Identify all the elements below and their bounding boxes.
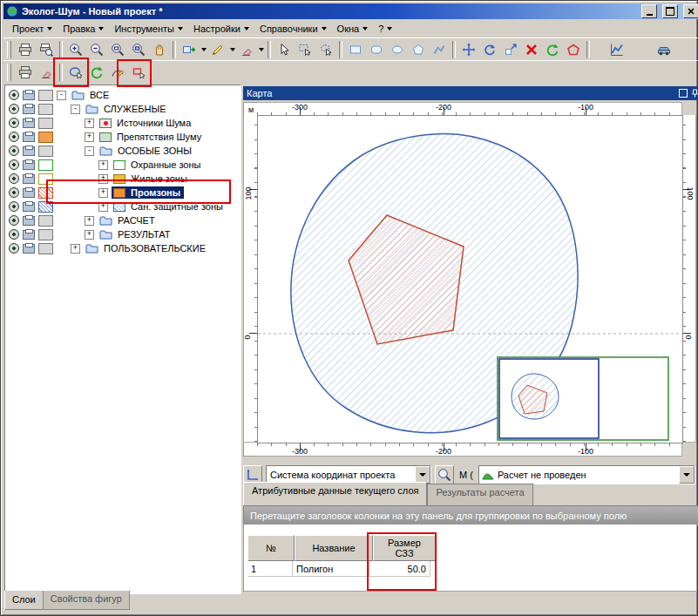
tree-item-label[interactable]: СЛУЖЕБНЫЕ <box>102 104 168 114</box>
layer-style-swatch[interactable] <box>38 187 53 199</box>
tree-row-vse[interactable]: - ВСЕ <box>5 88 241 102</box>
layer-print-icon[interactable] <box>23 202 35 212</box>
chart-button[interactable] <box>607 40 627 59</box>
column-header-szz-size[interactable]: Размер СЗЗ <box>373 535 436 561</box>
add-object-dropdown[interactable] <box>200 40 207 59</box>
layer-visibility-icon[interactable] <box>9 173 19 184</box>
layer-style-swatch[interactable] <box>38 146 53 157</box>
tree-item-label[interactable]: РАСЧЕТ <box>116 215 157 226</box>
tree-item-label[interactable]: Жилые зоны <box>129 173 189 184</box>
layer-print-icon[interactable] <box>23 244 35 254</box>
shape-rounded-rect-button[interactable] <box>366 40 387 59</box>
tree-expander-icon[interactable]: + <box>85 216 94 226</box>
groupby-panel[interactable]: Перетащите заголовок колонки на эту пане… <box>243 505 698 526</box>
layer-style-swatch[interactable] <box>38 243 53 254</box>
tree-row-user-layers[interactable]: + ПОЛЬЗОВАТЕЛЬСКИЕ <box>5 241 241 255</box>
layer-visibility-icon[interactable] <box>9 118 19 128</box>
map-canvas[interactable] <box>257 115 683 443</box>
layer-style-swatch[interactable] <box>38 159 53 171</box>
transport-button[interactable] <box>654 40 674 59</box>
print-preview-button[interactable] <box>36 40 57 59</box>
minimize-button[interactable] <box>641 4 657 18</box>
selected-tree-item[interactable]: Промзоны <box>112 186 184 199</box>
tree-row-sluzhebnye[interactable]: - СЛУЖЕБНЫЕ <box>5 102 241 116</box>
rebuild-button[interactable] <box>542 40 563 59</box>
tree-row-noise-sources[interactable]: + Источники Шума <box>5 116 241 130</box>
layer-visibility-icon[interactable] <box>9 146 19 156</box>
delete-object-button[interactable] <box>521 40 542 59</box>
tree-row-noise-obstacles[interactable]: + Препятствия Шуму <box>5 130 241 144</box>
zoom-in-button[interactable] <box>65 40 86 59</box>
layer-visibility-icon[interactable] <box>9 243 19 254</box>
zoom-extent-button[interactable] <box>128 40 149 59</box>
layer-print-icon[interactable] <box>23 188 35 198</box>
tree-item-label[interactable]: ВСЕ <box>88 90 111 100</box>
toolbar-grip[interactable] <box>7 64 11 81</box>
tree-row-special-zones[interactable]: - ОСОБЫЕ ЗОНЫ <box>5 144 241 158</box>
layer-visibility-icon[interactable] <box>9 104 19 114</box>
grid-data-row[interactable]: 1 Полигон 50.0 <box>247 561 430 577</box>
layer-visibility-icon[interactable] <box>9 201 19 212</box>
eraser-button[interactable] <box>36 63 57 82</box>
menu-project[interactable]: Проект <box>7 21 58 37</box>
layer-print-icon[interactable] <box>23 105 35 114</box>
tree-item-label[interactable]: ПОЛЬЗОВАТЕЛЬСКИЕ <box>102 243 207 254</box>
layer-visibility-icon[interactable] <box>9 229 19 240</box>
draw-zone-polygon-button[interactable] <box>65 63 86 82</box>
scale-object-button[interactable] <box>500 40 521 59</box>
tree-expander-icon[interactable]: + <box>98 202 108 212</box>
tree-expander-icon[interactable]: - <box>57 91 66 100</box>
layer-visibility-icon[interactable] <box>9 90 19 100</box>
shape-polyline-button[interactable] <box>429 40 450 59</box>
erase-object-dropdown[interactable] <box>257 40 265 59</box>
edit-object-button[interactable] <box>207 40 228 59</box>
combo-dropdown-button[interactable] <box>679 466 695 484</box>
zone-polygon-button[interactable] <box>563 40 584 59</box>
edit-curve-button[interactable] <box>107 63 128 82</box>
menu-edit[interactable]: Правка <box>58 21 109 37</box>
tree-row-calculation[interactable]: + РАСЧЕТ <box>5 213 241 227</box>
tree-expander-icon[interactable]: + <box>85 118 94 128</box>
layer-visibility-icon[interactable] <box>9 132 19 142</box>
print-map-button[interactable] <box>15 63 36 82</box>
combo-dropdown-button[interactable] <box>415 466 430 484</box>
move-object-button[interactable] <box>458 40 479 59</box>
tree-row-promzones[interactable]: + Промзоны <box>5 186 241 200</box>
zoom-zone-button[interactable] <box>128 63 149 82</box>
layer-visibility-icon[interactable] <box>9 187 19 198</box>
layer-style-swatch[interactable] <box>38 229 53 240</box>
edit-object-dropdown[interactable] <box>228 40 236 59</box>
tree-expander-icon[interactable]: + <box>85 230 94 240</box>
select-polygon-button[interactable] <box>315 40 336 59</box>
tree-row-residential-zones[interactable]: + Жилые зоны <box>5 172 241 186</box>
scale-zoom-button[interactable] <box>435 465 454 484</box>
zoom-window-button[interactable] <box>107 40 128 59</box>
menu-help[interactable]: ? <box>373 21 397 37</box>
layer-style-swatch[interactable] <box>38 173 53 185</box>
overview-minimap[interactable] <box>498 357 668 440</box>
title-bar[interactable]: Эколог-Шум - Новый проект * <box>3 3 698 19</box>
tree-expander-icon[interactable]: - <box>85 146 94 156</box>
cell-name[interactable]: Полигон <box>293 561 369 577</box>
erase-object-button[interactable] <box>236 40 257 59</box>
layer-print-icon[interactable] <box>23 230 35 240</box>
shape-rect-button[interactable] <box>345 40 366 59</box>
tab-layers[interactable]: Слои <box>4 591 44 610</box>
layer-print-icon[interactable] <box>23 132 35 142</box>
layer-print-icon[interactable] <box>23 91 35 100</box>
cell-szz-size[interactable]: 50.0 <box>369 561 430 577</box>
pin-icon[interactable] <box>691 89 698 98</box>
tab-shape-properties[interactable]: Свойства фигур <box>43 591 130 610</box>
panel-restore-icon[interactable] <box>679 89 688 98</box>
print-button[interactable] <box>15 40 36 59</box>
shape-ellipse-button[interactable] <box>387 40 408 59</box>
tree-item-label[interactable]: РЕЗУЛЬТАТ <box>116 229 172 240</box>
tree-expander-icon[interactable]: - <box>71 105 80 114</box>
menu-windows[interactable]: Окна <box>332 21 374 37</box>
column-header-name[interactable]: Название <box>295 535 373 561</box>
tree-item-label[interactable]: Охранные зоны <box>129 159 202 170</box>
layer-visibility-icon[interactable] <box>9 215 19 226</box>
close-button[interactable] <box>683 4 698 18</box>
tree-expander-icon[interactable]: + <box>85 132 94 142</box>
tree-item-label[interactable]: ОСОБЫЕ ЗОНЫ <box>116 146 193 156</box>
